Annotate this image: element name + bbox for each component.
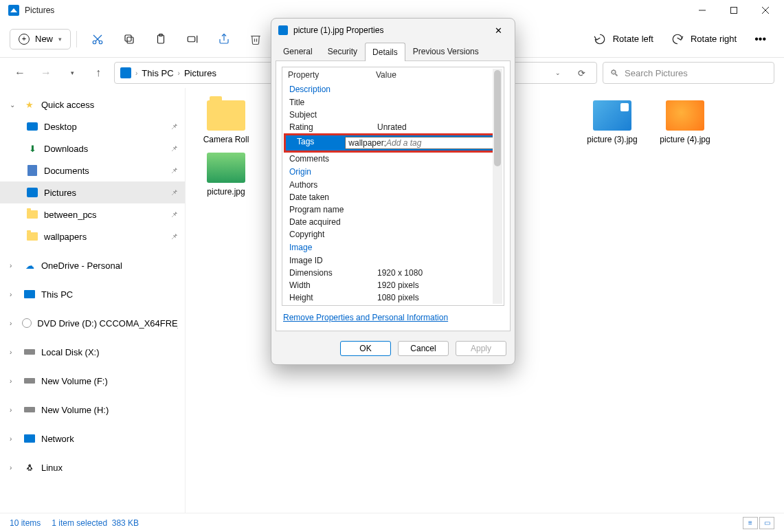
back-button[interactable]: ← [10, 63, 30, 83]
rotate-right-button[interactable]: Rotate right [663, 29, 745, 49]
sidebar-volh[interactable]: ›New Volume (H:) [0, 399, 185, 421]
file-picture[interactable]: picture.jpg [199, 153, 253, 201]
sidebar-pictures[interactable]: Pictures📌︎ [0, 181, 185, 203]
sidebar-downloads[interactable]: ⬇Downloads📌︎ [0, 137, 185, 159]
rename-button[interactable] [177, 27, 208, 52]
picture-icon [278, 25, 288, 35]
sidebar-between-pcs[interactable]: between_pcs📌︎ [0, 203, 185, 225]
copy-button[interactable] [114, 27, 144, 52]
folder-icon [27, 210, 38, 219]
image-thumb [593, 100, 631, 131]
sidebar-linux[interactable]: ›🐧︎Linux [0, 456, 185, 478]
up-button[interactable]: ↑ [88, 63, 109, 83]
drive-icon [24, 349, 35, 355]
rotate-right-icon [671, 33, 684, 45]
new-button[interactable]: + New ▾ [10, 29, 71, 49]
section-image: Image [282, 241, 504, 254]
dialog-close-button[interactable]: ✕ [489, 22, 508, 38]
apply-button[interactable]: Apply [456, 341, 506, 356]
svg-rect-12 [188, 36, 195, 42]
recent-button[interactable]: ▾ [62, 63, 82, 83]
pin-icon: 📌︎ [170, 232, 178, 241]
sidebar-localx[interactable]: ›Local Disk (X:) [0, 341, 185, 363]
cancel-button[interactable]: Cancel [398, 341, 449, 356]
tab-security[interactable]: Security [320, 42, 365, 60]
plus-icon: + [19, 34, 30, 45]
pictures-icon [27, 188, 38, 197]
prop-rating[interactable]: RatingUnrated [282, 121, 504, 133]
folder-icon [207, 100, 245, 131]
file-camera-roll[interactable]: Camera Roll [199, 100, 253, 144]
maximize-button[interactable] [718, 0, 750, 21]
tab-details[interactable]: Details [365, 43, 405, 61]
svg-rect-1 [731, 8, 737, 14]
prop-tags[interactable]: Tags wallpaper; [284, 133, 502, 153]
dialog-title: picture (1).jpg Properties [293, 25, 383, 35]
close-button[interactable] [750, 0, 781, 21]
sidebar-thispc[interactable]: ›This PC [0, 283, 185, 305]
address-dropdown[interactable]: ⌄ [548, 62, 568, 84]
search-box[interactable]: 🔍︎ Search Pictures [603, 62, 774, 84]
breadcrumb-seg[interactable]: Pictures [184, 68, 216, 78]
dialog-titlebar[interactable]: picture (1).jpg Properties ✕ [271, 19, 515, 42]
prop-dimensions[interactable]: Dimensions1920 x 1080 [282, 267, 504, 279]
sidebar-dvd[interactable]: ›DVD Drive (D:) CCCOMA_X64FRE_EN-US [0, 312, 185, 334]
chevron-right-icon: › [135, 69, 137, 77]
chevron-down-icon: ▾ [58, 36, 62, 43]
search-icon: 🔍︎ [610, 68, 619, 78]
paste-button[interactable] [146, 27, 176, 52]
prop-authors[interactable]: Authors [282, 179, 504, 191]
prop-copyright[interactable]: Copyright [282, 228, 504, 241]
file-picture3[interactable]: picture (3).jpg [585, 100, 639, 144]
statusbar: 10 items 1 item selected 383 KB ≡ ▭ [0, 513, 784, 532]
tab-previous-versions[interactable]: Previous Versions [405, 42, 486, 60]
properties-list: Property Value Description Title Subject… [282, 67, 504, 306]
properties-scrollbar[interactable] [493, 69, 502, 304]
prop-height[interactable]: Height1080 pixels [282, 291, 504, 304]
breadcrumb-seg[interactable]: This PC [142, 68, 173, 78]
cut-button[interactable] [82, 27, 113, 52]
more-button[interactable]: ••• [746, 29, 774, 49]
prop-subject[interactable]: Subject [282, 109, 504, 121]
tab-general[interactable]: General [276, 42, 320, 60]
pictures-app-icon [8, 5, 19, 16]
share-button[interactable] [209, 27, 239, 52]
pin-icon: 📌︎ [170, 210, 178, 219]
forward-button[interactable]: → [36, 63, 56, 83]
rotate-left-button[interactable]: Rotate left [585, 29, 662, 49]
sidebar-onedrive[interactable]: ›☁OneDrive - Personal [0, 254, 185, 276]
prop-hres[interactable]: Horizontal resolution96 dpi [282, 304, 504, 306]
sidebar-network[interactable]: ›Network [0, 428, 185, 450]
view-list-button[interactable]: ≡ [743, 517, 758, 529]
pictures-icon [120, 67, 131, 78]
pc-icon [24, 290, 35, 298]
status-selected: 1 item selected 383 KB [52, 518, 139, 528]
refresh-button[interactable]: ⟳ [572, 62, 591, 84]
file-picture4[interactable]: picture (4).jpg [658, 100, 712, 144]
prop-program[interactable]: Program name [282, 203, 504, 216]
sidebar-desktop[interactable]: Desktop📌︎ [0, 115, 185, 137]
sidebar-wallpapers[interactable]: wallpapers📌︎ [0, 225, 185, 247]
prop-date-taken[interactable]: Date taken [282, 191, 504, 203]
folder-icon [27, 232, 38, 241]
sidebar-quick-access[interactable]: ⌄★Quick access [0, 93, 185, 115]
image-thumb [666, 100, 704, 131]
sidebar: ⌄★Quick access Desktop📌︎ ⬇Downloads📌︎ Do… [0, 88, 186, 513]
svg-rect-9 [125, 35, 131, 41]
prop-width[interactable]: Width1920 pixels [282, 279, 504, 291]
tags-text-field[interactable] [386, 138, 490, 148]
delete-button[interactable] [240, 27, 271, 52]
prop-date-acquired[interactable]: Date acquired [282, 216, 504, 228]
ok-button[interactable]: OK [340, 341, 391, 356]
sidebar-documents[interactable]: Documents📌︎ [0, 159, 185, 181]
prop-title[interactable]: Title [282, 96, 504, 109]
prop-image-id[interactable]: Image ID [282, 254, 504, 267]
remove-properties-link[interactable]: Remove Properties and Personal Informati… [283, 313, 504, 322]
minimize-button[interactable] [686, 0, 718, 21]
search-placeholder: Search Pictures [625, 68, 688, 78]
view-grid-button[interactable]: ▭ [759, 517, 774, 529]
tags-input[interactable]: wallpaper; [345, 137, 493, 149]
prop-comments[interactable]: Comments [282, 153, 504, 165]
sidebar-volf[interactable]: ›New Volume (F:) [0, 370, 185, 392]
drive-icon [24, 378, 35, 384]
